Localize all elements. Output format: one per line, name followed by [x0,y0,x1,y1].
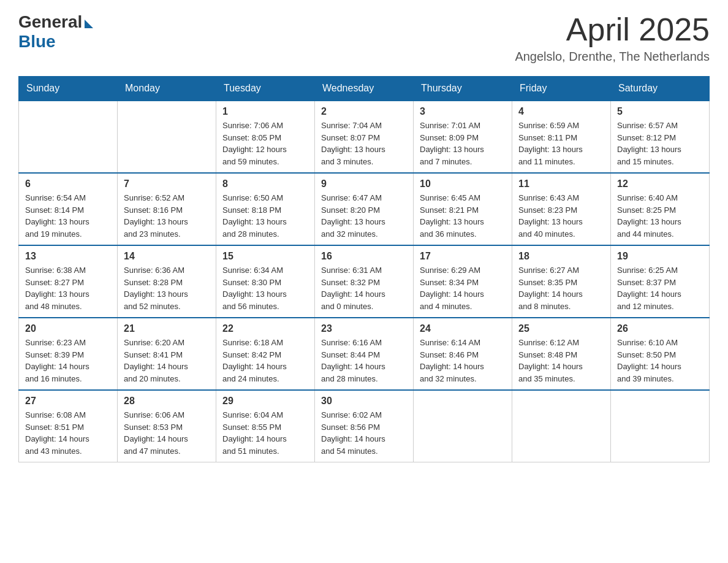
day-info: Sunrise: 6:36 AM Sunset: 8:28 PM Dayligh… [124,264,210,312]
calendar-cell: 22Sunrise: 6:18 AM Sunset: 8:42 PM Dayli… [216,318,315,390]
day-number: 25 [518,323,604,334]
calendar-cell: 15Sunrise: 6:34 AM Sunset: 8:30 PM Dayli… [216,245,315,318]
day-number: 29 [222,396,308,407]
calendar-cell [19,101,118,173]
calendar-cell: 8Sunrise: 6:50 AM Sunset: 8:18 PM Daylig… [216,173,315,245]
calendar-cell: 1Sunrise: 7:06 AM Sunset: 8:05 PM Daylig… [216,101,315,173]
calendar-cell [118,101,216,173]
day-info: Sunrise: 6:57 AM Sunset: 8:12 PM Dayligh… [617,120,703,167]
calendar-week-row: 20Sunrise: 6:23 AM Sunset: 8:39 PM Dayli… [19,318,710,390]
calendar-cell: 23Sunrise: 6:16 AM Sunset: 8:44 PM Dayli… [315,318,414,390]
calendar-cell: 19Sunrise: 6:25 AM Sunset: 8:37 PM Dayli… [611,245,710,318]
day-number: 27 [25,396,111,407]
month-title: April 2025 [515,12,710,47]
calendar-cell: 18Sunrise: 6:27 AM Sunset: 8:35 PM Dayli… [512,245,611,318]
day-number: 30 [321,396,407,407]
day-info: Sunrise: 6:50 AM Sunset: 8:18 PM Dayligh… [222,192,308,240]
weekday-header-wednesday: Wednesday [315,77,414,101]
calendar-cell: 12Sunrise: 6:40 AM Sunset: 8:25 PM Dayli… [611,173,710,245]
day-number: 11 [518,178,604,190]
day-info: Sunrise: 6:08 AM Sunset: 8:51 PM Dayligh… [25,409,111,457]
day-number: 24 [420,323,506,334]
day-number: 12 [617,178,703,190]
calendar-cell: 13Sunrise: 6:38 AM Sunset: 8:27 PM Dayli… [19,245,118,318]
calendar-cell: 24Sunrise: 6:14 AM Sunset: 8:46 PM Dayli… [414,318,512,390]
day-number: 17 [420,251,506,262]
day-number: 7 [124,178,210,190]
day-number: 22 [222,323,308,334]
day-info: Sunrise: 6:47 AM Sunset: 8:20 PM Dayligh… [321,192,407,240]
header-right: April 2025 Angelslo, Drenthe, The Nether… [515,12,710,64]
day-info: Sunrise: 6:59 AM Sunset: 8:11 PM Dayligh… [518,120,604,167]
day-info: Sunrise: 6:02 AM Sunset: 8:56 PM Dayligh… [321,409,407,457]
day-info: Sunrise: 7:04 AM Sunset: 8:07 PM Dayligh… [321,120,407,167]
calendar-cell: 17Sunrise: 6:29 AM Sunset: 8:34 PM Dayli… [414,245,512,318]
day-info: Sunrise: 6:12 AM Sunset: 8:48 PM Dayligh… [518,337,604,385]
calendar-cell: 11Sunrise: 6:43 AM Sunset: 8:23 PM Dayli… [512,173,611,245]
day-info: Sunrise: 6:27 AM Sunset: 8:35 PM Dayligh… [518,264,604,312]
weekday-header-friday: Friday [512,77,611,101]
day-number: 4 [518,106,604,117]
day-number: 21 [124,323,210,334]
day-info: Sunrise: 6:38 AM Sunset: 8:27 PM Dayligh… [25,264,111,312]
day-info: Sunrise: 6:43 AM Sunset: 8:23 PM Dayligh… [518,192,604,240]
day-info: Sunrise: 6:45 AM Sunset: 8:21 PM Dayligh… [420,192,506,240]
day-info: Sunrise: 6:18 AM Sunset: 8:42 PM Dayligh… [222,337,308,385]
calendar-cell: 30Sunrise: 6:02 AM Sunset: 8:56 PM Dayli… [315,390,414,462]
logo: General Blue [18,12,93,52]
day-info: Sunrise: 7:06 AM Sunset: 8:05 PM Dayligh… [222,120,308,167]
logo-blue-text: Blue [18,32,56,52]
calendar-cell: 4Sunrise: 6:59 AM Sunset: 8:11 PM Daylig… [512,101,611,173]
calendar-cell: 20Sunrise: 6:23 AM Sunset: 8:39 PM Dayli… [19,318,118,390]
calendar-cell [414,390,512,462]
day-info: Sunrise: 6:25 AM Sunset: 8:37 PM Dayligh… [617,264,703,312]
calendar-cell: 3Sunrise: 7:01 AM Sunset: 8:09 PM Daylig… [414,101,512,173]
day-number: 2 [321,106,407,117]
day-number: 15 [222,251,308,262]
calendar-cell: 25Sunrise: 6:12 AM Sunset: 8:48 PM Dayli… [512,318,611,390]
day-number: 14 [124,251,210,262]
calendar-cell [512,390,611,462]
day-number: 8 [222,178,308,190]
logo-general-text: General [18,12,82,32]
day-info: Sunrise: 6:40 AM Sunset: 8:25 PM Dayligh… [617,192,703,240]
day-number: 19 [617,251,703,262]
page-header: General Blue April 2025 Angelslo, Drenth… [18,12,710,64]
day-info: Sunrise: 6:29 AM Sunset: 8:34 PM Dayligh… [420,264,506,312]
calendar-cell: 21Sunrise: 6:20 AM Sunset: 8:41 PM Dayli… [118,318,216,390]
calendar-cell: 27Sunrise: 6:08 AM Sunset: 8:51 PM Dayli… [19,390,118,462]
weekday-header-tuesday: Tuesday [216,77,315,101]
day-info: Sunrise: 6:34 AM Sunset: 8:30 PM Dayligh… [222,264,308,312]
calendar-week-row: 6Sunrise: 6:54 AM Sunset: 8:14 PM Daylig… [19,173,710,245]
day-info: Sunrise: 6:31 AM Sunset: 8:32 PM Dayligh… [321,264,407,312]
calendar-cell: 9Sunrise: 6:47 AM Sunset: 8:20 PM Daylig… [315,173,414,245]
calendar-cell: 2Sunrise: 7:04 AM Sunset: 8:07 PM Daylig… [315,101,414,173]
day-info: Sunrise: 6:52 AM Sunset: 8:16 PM Dayligh… [124,192,210,240]
calendar-cell [611,390,710,462]
calendar-header-row: SundayMondayTuesdayWednesdayThursdayFrid… [19,77,710,101]
day-number: 20 [25,323,111,334]
calendar-table: SundayMondayTuesdayWednesdayThursdayFrid… [18,76,710,462]
calendar-cell: 16Sunrise: 6:31 AM Sunset: 8:32 PM Dayli… [315,245,414,318]
day-number: 26 [617,323,703,334]
calendar-cell: 28Sunrise: 6:06 AM Sunset: 8:53 PM Dayli… [118,390,216,462]
calendar-cell: 29Sunrise: 6:04 AM Sunset: 8:55 PM Dayli… [216,390,315,462]
calendar-week-row: 1Sunrise: 7:06 AM Sunset: 8:05 PM Daylig… [19,101,710,173]
day-number: 16 [321,251,407,262]
day-info: Sunrise: 6:06 AM Sunset: 8:53 PM Dayligh… [124,409,210,457]
day-info: Sunrise: 7:01 AM Sunset: 8:09 PM Dayligh… [420,120,506,167]
calendar-cell: 14Sunrise: 6:36 AM Sunset: 8:28 PM Dayli… [118,245,216,318]
day-info: Sunrise: 6:20 AM Sunset: 8:41 PM Dayligh… [124,337,210,385]
day-info: Sunrise: 6:16 AM Sunset: 8:44 PM Dayligh… [321,337,407,385]
day-number: 9 [321,178,407,190]
day-number: 13 [25,251,111,262]
calendar-week-row: 13Sunrise: 6:38 AM Sunset: 8:27 PM Dayli… [19,245,710,318]
weekday-header-thursday: Thursday [414,77,512,101]
day-number: 5 [617,106,703,117]
day-number: 3 [420,106,506,117]
day-number: 10 [420,178,506,190]
calendar-cell: 26Sunrise: 6:10 AM Sunset: 8:50 PM Dayli… [611,318,710,390]
calendar-cell: 6Sunrise: 6:54 AM Sunset: 8:14 PM Daylig… [19,173,118,245]
weekday-header-saturday: Saturday [611,77,710,101]
weekday-header-sunday: Sunday [19,77,118,101]
